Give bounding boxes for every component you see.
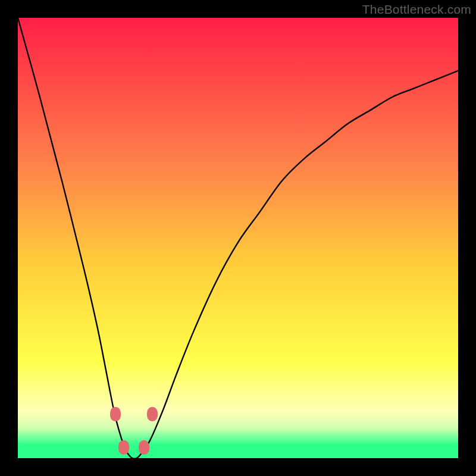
chart-svg	[18, 18, 458, 458]
gradient-background	[18, 18, 458, 458]
data-marker	[118, 440, 129, 455]
plot-area	[18, 18, 458, 458]
data-marker	[147, 407, 158, 421]
data-marker	[139, 440, 149, 455]
chart-stage: TheBottleneck.com	[0, 0, 476, 476]
data-marker	[110, 407, 121, 421]
watermark-text: TheBottleneck.com	[362, 2, 471, 17]
